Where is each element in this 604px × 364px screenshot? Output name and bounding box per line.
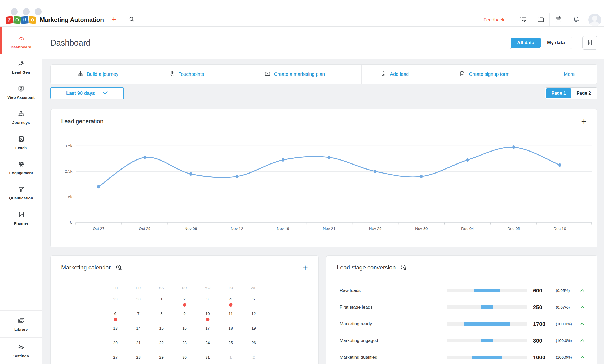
lead-generation-title: Lead generation bbox=[61, 118, 103, 125]
calendar-date[interactable]: 7 bbox=[127, 311, 150, 326]
sidebar-item-engagement[interactable]: Engagement bbox=[0, 155, 42, 180]
sidebar-item-library[interactable]: Library bbox=[0, 310, 42, 337]
calendar-date[interactable]: 3 bbox=[196, 297, 219, 311]
zoho-logo-letter: H bbox=[21, 16, 29, 24]
sidebar-item-journeys[interactable]: Journeys bbox=[0, 105, 42, 130]
calendar-date[interactable]: 19 bbox=[242, 326, 265, 340]
svg-text:2.5k: 2.5k bbox=[65, 169, 73, 174]
sidebar-item-leads[interactable]: Leads bbox=[0, 130, 42, 155]
marketing-calendar-title: Marketing calendar bbox=[61, 264, 111, 271]
stage-bar bbox=[447, 356, 527, 359]
stage-bar bbox=[447, 305, 527, 309]
calendar-date[interactable]: 20 bbox=[104, 340, 127, 355]
calendar-date[interactable]: 30 bbox=[127, 297, 150, 311]
lead-generation-chart: 01.5k2.5k3.5kOct 27Oct 29Nov 09Nov 12Nov… bbox=[51, 133, 597, 247]
window-controls[interactable] bbox=[11, 8, 42, 15]
svg-text:1.5k: 1.5k bbox=[65, 194, 73, 199]
calendar-date[interactable]: 11 bbox=[219, 311, 242, 326]
calendar-button[interactable] bbox=[549, 13, 567, 26]
user-menu-button[interactable] bbox=[585, 13, 604, 26]
calendar-date[interactable]: 6 bbox=[104, 311, 127, 326]
app-header: ZOHO Marketing Automation + Feedback bbox=[0, 13, 604, 27]
sidebar-item-planner[interactable]: Planner bbox=[0, 206, 42, 231]
history-clock-icon bbox=[115, 264, 122, 272]
sidebar-item-settings[interactable]: Settings bbox=[0, 337, 42, 364]
stage-percent: (0.05%) bbox=[556, 288, 580, 293]
build-journey-button[interactable]: Build a journey bbox=[51, 65, 145, 84]
calendar-date[interactable]: 1 bbox=[150, 297, 173, 311]
calendar-date[interactable]: 27 bbox=[104, 355, 127, 364]
calendar-date[interactable]: 14 bbox=[127, 326, 150, 340]
calendar-date[interactable]: 9 bbox=[173, 311, 196, 326]
page-2-button[interactable]: Page 2 bbox=[571, 88, 596, 98]
calendar-date[interactable]: 24 bbox=[196, 340, 219, 355]
add-widget-button[interactable]: + bbox=[581, 117, 587, 126]
create-marketing-plan-button[interactable]: Create a marketing plan bbox=[228, 65, 361, 84]
stage-value: 250 bbox=[533, 304, 556, 310]
calendar-date[interactable]: 1 bbox=[219, 355, 242, 364]
calendar-date[interactable]: 15 bbox=[150, 326, 173, 340]
more-button[interactable]: More bbox=[541, 65, 597, 84]
dashboard-settings-button[interactable] bbox=[582, 36, 597, 50]
sidebar-item-lead-gen[interactable]: Lead Gen bbox=[0, 55, 42, 80]
calendar-date[interactable]: 2 bbox=[242, 355, 265, 364]
lead-stage-conversion-title: Lead stage conversion bbox=[337, 264, 396, 271]
my-data-button[interactable]: My data bbox=[541, 38, 571, 48]
main-area: Dashboard All data My data bbox=[42, 27, 604, 364]
calendar-date[interactable]: 22 bbox=[150, 340, 173, 355]
files-button[interactable] bbox=[532, 13, 549, 26]
calendar-date[interactable]: 29 bbox=[104, 297, 127, 311]
svg-text:Nov 21: Nov 21 bbox=[323, 226, 336, 231]
qualification-icon bbox=[17, 186, 25, 194]
calendar-date[interactable]: 13 bbox=[104, 326, 127, 340]
calendar-date[interactable]: 5 bbox=[242, 297, 265, 311]
calendar-date[interactable]: 2 bbox=[173, 297, 196, 311]
touchpoints-button[interactable]: Touchpoints bbox=[145, 65, 228, 84]
sidebar-item-qualification[interactable]: Qualification bbox=[0, 180, 42, 206]
calendar-date[interactable]: 25 bbox=[219, 340, 242, 355]
sliders-icon bbox=[587, 39, 593, 47]
date-range-dropdown[interactable]: Last 90 days bbox=[50, 87, 124, 99]
touch-icon bbox=[169, 70, 175, 78]
calendar-date[interactable]: 29 bbox=[150, 355, 173, 364]
page-1-button[interactable]: Page 1 bbox=[546, 88, 571, 98]
calendar-date[interactable]: 26 bbox=[242, 340, 265, 355]
add-event-button[interactable]: + bbox=[303, 263, 308, 272]
calendar-day-header: WE bbox=[242, 286, 265, 297]
calendar-date[interactable]: 10 bbox=[196, 311, 219, 326]
calendar-date[interactable]: 4 bbox=[219, 297, 242, 311]
add-lead-button[interactable]: Add lead bbox=[361, 65, 428, 84]
create-signup-form-button[interactable]: Create signup form bbox=[428, 65, 541, 84]
zoho-logo-letter: O bbox=[29, 16, 36, 24]
calendar-date[interactable]: 30 bbox=[173, 355, 196, 364]
calendar-date[interactable]: 16 bbox=[173, 326, 196, 340]
all-data-button[interactable]: All data bbox=[511, 38, 541, 48]
notifications-button[interactable] bbox=[567, 13, 585, 26]
svg-text:Dec 04: Dec 04 bbox=[461, 226, 474, 231]
sidebar-item-dashboard[interactable]: Dashboard bbox=[0, 29, 42, 55]
calendar-date[interactable]: 28 bbox=[127, 355, 150, 364]
calendar-date[interactable]: 31 bbox=[196, 355, 219, 364]
engagement-icon bbox=[17, 161, 25, 169]
event-dot bbox=[229, 303, 232, 307]
bell-icon bbox=[572, 15, 580, 24]
calendar-date[interactable]: 21 bbox=[127, 340, 150, 355]
calendar-grid: THFRSASUMOTUWE29301234567891011121314151… bbox=[104, 286, 265, 364]
dashboard-content: Build a journey Touchpoints bbox=[42, 59, 604, 364]
sidebar-item-web-assistant[interactable]: Web Assistant bbox=[0, 80, 42, 105]
window-titlebar bbox=[0, 0, 604, 13]
app-title: Marketing Automation bbox=[40, 16, 104, 24]
calendar-date[interactable]: 8 bbox=[150, 311, 173, 326]
trend-up-icon bbox=[580, 322, 584, 325]
stage-bar bbox=[447, 339, 527, 342]
search-button[interactable] bbox=[123, 13, 140, 26]
create-new-button[interactable]: + bbox=[105, 13, 123, 26]
calendar-date[interactable]: 23 bbox=[173, 340, 196, 355]
svg-text:Nov 19: Nov 19 bbox=[277, 226, 290, 231]
tasks-button[interactable] bbox=[514, 13, 532, 26]
calendar-date[interactable]: 17 bbox=[196, 326, 219, 340]
stage-value: 1700 bbox=[533, 321, 556, 327]
calendar-date[interactable]: 12 bbox=[242, 311, 265, 326]
feedback-button[interactable]: Feedback bbox=[474, 13, 514, 26]
calendar-date[interactable]: 18 bbox=[219, 326, 242, 340]
